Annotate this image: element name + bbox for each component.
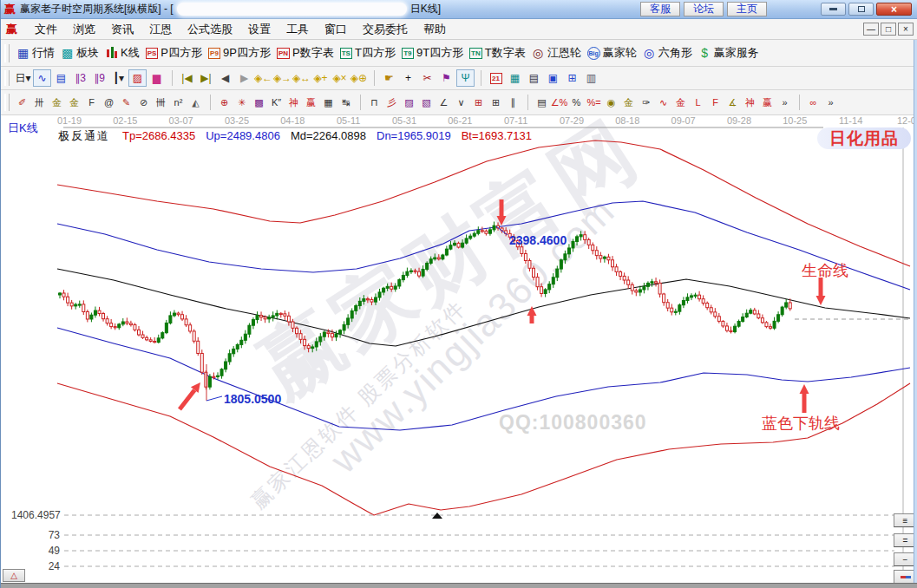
tool-button-shen-ruler[interactable]: 神 [285, 94, 302, 111]
tool-button-period-day-dropdown[interactable]: 日▾ [14, 69, 32, 87]
expand-panel-button[interactable]: △ [3, 569, 25, 582]
mdi-close-button[interactable]: × [898, 23, 914, 36]
tool-button-calendar-21[interactable]: 21 [487, 69, 505, 87]
homepage-button[interactable]: 主页 [727, 2, 767, 16]
tool-button-calculator[interactable]: ▦ [506, 69, 524, 87]
tool-button-prev-page[interactable]: ◀ [216, 69, 234, 87]
tool-button-ruler-plain[interactable]: 卌 [153, 94, 169, 111]
customer-service-button[interactable]: 客服 [640, 2, 680, 16]
tool-button-gold-angle[interactable]: ∡ [724, 94, 741, 111]
tool-button-crosshair-tool[interactable]: + [399, 69, 417, 87]
tool-button-grid-123[interactable]: ▦ [320, 94, 337, 111]
tool-button-angle-line[interactable]: ∠ [436, 94, 452, 111]
mdi-minimize-button[interactable]: — [863, 23, 879, 36]
toolbar-button-kline[interactable]: K线 [102, 44, 142, 62]
tool-button-scale-ruler[interactable]: ▤ [534, 94, 550, 111]
tool-button-parallel-lines[interactable]: ∥ [505, 94, 521, 111]
tool-button-gold-lines[interactable]: 金 [620, 94, 637, 111]
tool-button-flag-tool[interactable]: ⚑ [437, 69, 455, 87]
menu-formula-stock-pick[interactable]: 公式选股 [180, 20, 240, 39]
tool-button-percent-angle[interactable]: ∠% [551, 94, 567, 111]
tool-button-mini-chart-3[interactable]: ∥3 [71, 69, 89, 87]
chart-canvas[interactable]: 赢家财富网 www.yingjia360.com 赢家江恩软件 股票分析软件 Q… [1, 115, 917, 583]
tool-button-more-tools-2[interactable]: » [822, 94, 839, 111]
tool-button-infinity-tool[interactable]: ∞ [805, 94, 822, 111]
tool-button-mini-chart-9[interactable]: ∥9 [90, 69, 108, 87]
tool-button-gann-ruler[interactable]: 卅 [31, 94, 48, 111]
close-button[interactable]: × [876, 3, 912, 16]
horizontal-scrollbar[interactable] [1, 583, 917, 588]
tool-button-save[interactable]: ▣ [544, 69, 562, 87]
tool-button-n-squared[interactable]: n² [170, 94, 187, 111]
tool-button-first-page[interactable]: |◀ [178, 69, 196, 87]
tool-button-shen-line[interactable]: 神 [742, 94, 758, 111]
tool-button-pen-flag[interactable]: ✑ [638, 94, 654, 111]
menu-news[interactable]: 资讯 [103, 20, 141, 39]
tool-button-pattern-tool[interactable]: ▨ [128, 69, 147, 87]
tool-button-last-page[interactable]: ▶| [197, 69, 215, 87]
tool-button-f-ruler[interactable]: F [83, 94, 100, 111]
tool-button-gold-circle[interactable]: ◉ [603, 94, 619, 111]
menu-trade-entrust[interactable]: 交易委托 [355, 20, 416, 39]
tool-button-diamond-left[interactable]: ◈← [254, 69, 272, 87]
toolbar-button-hexagon[interactable]: ◎六角形 [640, 44, 695, 62]
tool-button-cycle-circle[interactable]: ⊘ [135, 94, 152, 111]
tool-button-circle-cross[interactable]: ⊕ [216, 94, 233, 111]
tool-button-gold-ruler-1[interactable]: 金 [49, 94, 65, 111]
tool-button-more-tools[interactable]: » [776, 94, 793, 111]
tool-button-candle-period-dropdown[interactable]: ┃▾ [109, 69, 128, 87]
sector-tag-badge[interactable]: 日化用品 [817, 127, 911, 149]
tool-button-hand-tool[interactable]: ☛ [380, 69, 398, 87]
toolbar-button-gann-wheel[interactable]: ◎江恩轮 [529, 44, 584, 62]
menu-help[interactable]: 帮助 [416, 20, 454, 39]
tool-button-gann-box-a[interactable]: ▨ [401, 94, 417, 111]
tool-button-next-page[interactable]: ▶ [235, 69, 253, 87]
menu-window[interactable]: 窗口 [317, 20, 355, 39]
tool-button-notes[interactable]: ▤ [525, 69, 543, 87]
tool-button-analysis-brain[interactable]: Ψ [456, 69, 475, 87]
restore-button[interactable] [848, 3, 874, 16]
tool-button-spiral-tool[interactable]: @ [101, 94, 117, 111]
tool-button-ying-line[interactable]: 赢 [759, 94, 776, 111]
tool-button-f-line[interactable]: F [707, 94, 724, 111]
tool-button-span-arrows[interactable]: ↹ [337, 94, 354, 111]
tool-button-zigzag-line[interactable]: ∨ [453, 94, 469, 111]
tool-button-j-line[interactable]: L [690, 94, 706, 111]
tool-button-print[interactable]: ▥ [582, 69, 600, 87]
menu-settings[interactable]: 设置 [240, 20, 278, 39]
tool-button-diamond-both[interactable]: ◈↔ [292, 69, 311, 87]
menu-tools[interactable]: 工具 [278, 20, 317, 39]
toolbar-button-quotes[interactable]: ▦行情 [14, 44, 57, 62]
tool-button-cut-tool[interactable]: ✂ [418, 69, 436, 87]
tool-button-pen-ruler[interactable]: ✐ [14, 94, 30, 111]
toolbar-button-sectors[interactable]: ▩板块 [58, 44, 102, 62]
tool-button-diamond-plus[interactable]: ◈+ [311, 69, 330, 87]
tool-button-gann-box-b[interactable]: ▧ [418, 94, 435, 111]
toolbar-button-9t-square[interactable]: T99T四方形 [399, 44, 466, 62]
minimize-button[interactable] [821, 3, 846, 16]
forum-button[interactable]: 论坛 [684, 2, 724, 16]
menu-gann[interactable]: 江恩 [141, 20, 180, 39]
toolbar-button-9p-square[interactable]: P99P四方形 [206, 44, 273, 62]
tool-button-protractor[interactable]: ◭ [187, 94, 204, 111]
menu-browse[interactable]: 浏览 [65, 20, 103, 39]
tool-button-ying-ruler[interactable]: 赢 [303, 94, 319, 111]
tool-button-percent-tool[interactable]: % [568, 94, 585, 111]
tool-button-info-panel[interactable]: ▤ [52, 69, 70, 87]
toolbar-button-p-square[interactable]: PSP四方形 [143, 44, 205, 62]
tool-button-copy-window[interactable]: ⊞ [563, 69, 581, 87]
tool-button-percent-lines[interactable]: %= [586, 94, 602, 111]
tool-button-diamond-center[interactable]: ◈⊕ [350, 69, 368, 87]
toolbar-button-winner-service[interactable]: $赢家服务 [696, 44, 762, 62]
tool-button-pen-compass[interactable]: ✎ [118, 94, 134, 111]
tool-button-gann-web[interactable]: ✳ [233, 94, 250, 111]
tool-button-grid-dark[interactable]: ⊞ [488, 94, 504, 111]
tool-button-gann-web-box[interactable]: ▩ [251, 94, 267, 111]
tool-button-grid-red[interactable]: ⊞ [470, 94, 487, 111]
tool-button-diamond-cross[interactable]: ◈× [331, 69, 349, 87]
toolbar-button-t-square[interactable]: TST四方形 [337, 44, 398, 62]
tool-button-ray-fan[interactable]: 彡 [383, 94, 400, 111]
tool-button-day-box[interactable]: ⊓ [366, 94, 383, 111]
tool-button-trend-curves[interactable]: ∿ [33, 69, 51, 87]
toolbar-button-p-number-table[interactable]: PNP数字表 [274, 44, 337, 62]
